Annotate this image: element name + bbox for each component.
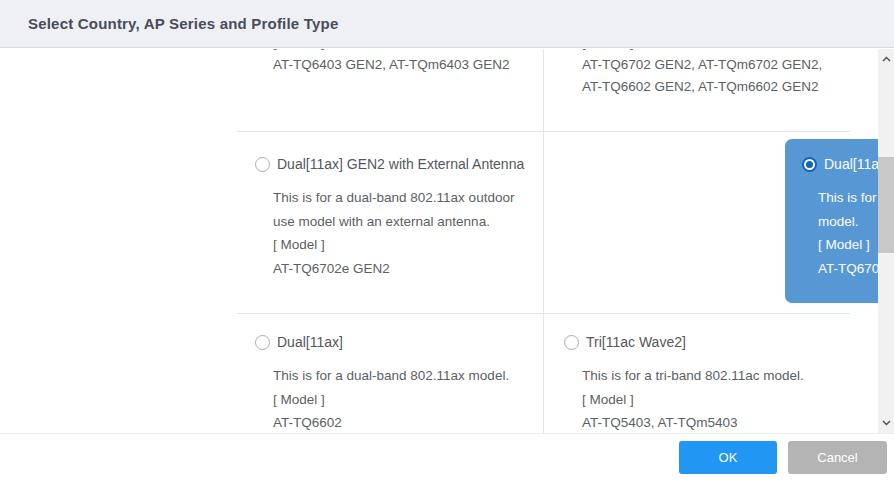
profile-cell-dual11ax-gen2-ext-antenna[interactable]: Dual[11ax] GEN2 with External Antenna Th… [237,132,543,313]
profile-description: This is for a dual-band 802.11ax model. [273,364,543,388]
profile-label: Tri[11ac Wave2] [586,334,686,350]
ok-button[interactable]: OK [679,441,777,474]
profile-description: use model with an external antenna. [273,210,543,234]
model-heading: [ Model ] [582,388,850,412]
profile-cell-tri11ac-wave2[interactable]: Tri[11ac Wave2] This is for a tri-band 8… [544,314,850,433]
profile-scroll-area: [ Model ] AT-TQ6403 GEN2, AT-TQm6403 GEN… [0,49,894,433]
model-names: AT-TQ6702e GEN2 [273,257,543,281]
profile-cell-dual11ax[interactable]: Dual[11ax] This is for a dual-band 802.1… [237,314,543,433]
profile-description: This is for a dual-band 802.11ax outdoor [273,186,543,210]
model-names: AT-TQ6602 GEN2, AT-TQm6602 GEN2 [582,76,850,98]
model-names: AT-TQ5403, AT-TQm5403 [582,411,850,433]
profile-description: This is for a tri-band 802.11ac model. [582,364,850,388]
model-names: AT-TQ6602 [273,411,543,433]
select-profile-dialog: Select Country, AP Series and Profile Ty… [0,0,894,481]
model-heading: [ Model ] [273,233,543,257]
model-heading: [ Model ] [273,388,543,412]
dialog-title: Select Country, AP Series and Profile Ty… [28,15,338,32]
model-names: AT-TQ6403 GEN2, AT-TQm6403 GEN2 [273,54,543,76]
profile-grid: [ Model ] AT-TQ6403 GEN2, AT-TQm6403 GEN… [237,49,850,433]
radio-dual11ax-gen2-r[interactable] [802,157,817,172]
dialog-footer: OK Cancel [0,433,894,481]
radio-dual11ax[interactable] [255,335,270,350]
profile-label: Dual[11ax] GEN2 with External Antenna [277,156,524,172]
vertical-scrollbar[interactable] [878,49,894,433]
scrollbar-thumb[interactable] [878,157,894,253]
dialog-header: Select Country, AP Series and Profile Ty… [0,0,894,48]
scroll-down-icon[interactable] [878,415,894,431]
profile-label: Dual[11ax] [277,334,343,350]
profile-cell-gen2-partial[interactable]: [ Model ] AT-TQ6403 GEN2, AT-TQm6403 GEN… [237,49,543,131]
model-names: AT-TQ6702 GEN2, AT-TQm6702 GEN2, [582,54,850,76]
profile-cell-gen2-right-partial[interactable]: [ Model ] AT-TQ6702 GEN2, AT-TQm6702 GEN… [544,49,850,131]
radio-dual11ax-gen2-ext-antenna[interactable] [255,157,270,172]
scroll-up-icon[interactable] [878,51,894,67]
radio-tri11ac-wave2[interactable] [564,335,579,350]
cancel-button[interactable]: Cancel [788,441,887,474]
